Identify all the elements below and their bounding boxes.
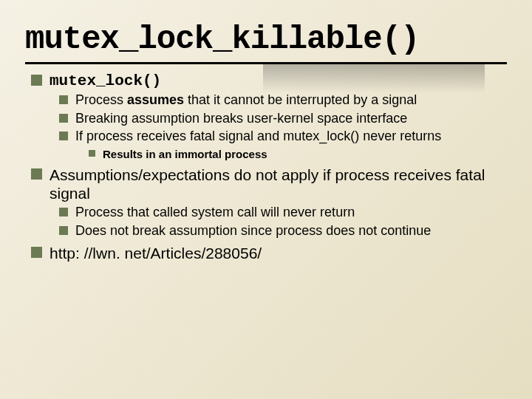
slide-body: mutex_lock()Process assumes that it cann… [25,72,507,262]
title-rule [25,62,507,64]
bullet-lvl1: http: //lwn. net/Articles/288056/ [31,244,507,262]
bullet-text: mutex_lock() [50,72,161,90]
bullet-text: If process receives fatal signal and mut… [75,129,441,145]
bullet-lvl2: Breaking assumption breaks user-kernel s… [59,111,507,127]
bullet-text: Assumptions/expectations do not apply if… [50,166,507,202]
bullet-lvl2: Process assumes that it cannot be interr… [59,92,507,109]
slide-title: mutex_lock_killable() [25,21,507,58]
bullet-text: Breaking assumption breaks user-kernel s… [75,111,407,127]
bullet-icon [31,168,42,180]
bullet-lvl1: Assumptions/expectations do not apply if… [31,166,507,202]
bullet-icon [59,114,68,123]
bullet-lvl2: Does not break assumption since process … [59,223,507,239]
bullet-icon [89,150,95,157]
bullet-icon [59,132,68,140]
bullet-lvl2: If process receives fatal signal and mut… [59,129,507,145]
slide: mutex_lock_killable() mutex_lock()Proces… [0,0,532,399]
bullet-icon [31,75,42,86]
bullet-text: Process assumes that it cannot be interr… [75,92,417,109]
bullet-text: http: //lwn. net/Articles/288056/ [50,244,262,262]
bullet-icon [59,208,68,216]
bullet-text: Does not break assumption since process … [75,223,431,239]
bullet-icon [31,247,42,258]
bullet-icon [59,95,68,104]
bullet-text: Results in an immortal process [103,148,267,161]
bullet-text: Process that called system call will nev… [75,205,355,221]
bullet-lvl3: Results in an immortal process [89,148,507,161]
bullet-lvl2: Process that called system call will nev… [59,205,507,221]
bullet-lvl1: mutex_lock() [31,72,507,90]
bullet-icon [59,226,68,235]
